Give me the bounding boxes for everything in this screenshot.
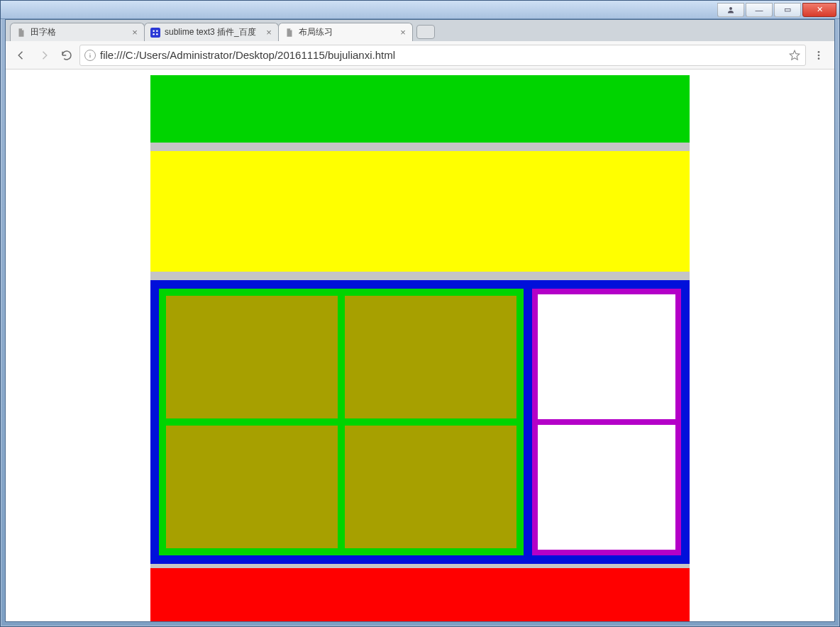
star-icon — [788, 49, 801, 62]
tab-close-icon[interactable]: × — [130, 28, 140, 38]
footer-block-red — [150, 568, 690, 621]
tab-1[interactable]: sublime text3 插件_百度 × — [144, 23, 279, 41]
banner-block-yellow — [150, 151, 690, 272]
left-grid-green — [159, 289, 524, 555]
svg-point-4 — [153, 33, 155, 35]
page-viewport[interactable] — [6, 70, 834, 621]
tab-close-icon[interactable]: × — [398, 28, 408, 38]
arrow-left-icon — [15, 49, 28, 62]
tab-2[interactable]: 布局练习 × — [278, 23, 413, 41]
svg-point-7 — [818, 54, 820, 56]
svg-point-8 — [818, 57, 820, 60]
minimize-icon: — — [756, 6, 763, 14]
tab-close-icon[interactable]: × — [264, 28, 274, 38]
new-tab-button[interactable] — [416, 25, 435, 39]
gap — [150, 143, 690, 151]
address-bar[interactable]: i file:///C:/Users/Administrator/Desktop… — [79, 45, 806, 66]
os-titlebar: — ▭ ✕ — [1, 1, 839, 19]
grid-cell-olive — [345, 296, 516, 418]
page-layout — [150, 75, 690, 621]
tab-strip: 田字格 × sublime text3 插件_百度 × 布局练习 × — [6, 20, 834, 41]
svg-point-0 — [729, 7, 732, 10]
minimize-button[interactable]: — — [746, 3, 773, 17]
svg-point-3 — [156, 30, 158, 32]
tab-title: 田字格 — [31, 26, 126, 38]
grid-cell-olive — [166, 426, 338, 548]
svg-rect-1 — [150, 28, 160, 38]
grid-cell-olive — [166, 296, 338, 418]
gap — [150, 272, 690, 280]
reload-icon — [60, 49, 73, 62]
baidu-icon — [150, 28, 160, 38]
maximize-button[interactable]: ▭ — [774, 3, 801, 17]
browser-toolbar: i file:///C:/Users/Administrator/Desktop… — [6, 41, 834, 70]
svg-point-2 — [153, 30, 155, 32]
arrow-right-icon — [38, 49, 50, 62]
stack-cell-white — [538, 294, 675, 419]
maximize-icon: ▭ — [784, 5, 791, 14]
close-button[interactable]: ✕ — [802, 3, 836, 17]
tab-title: sublime text3 插件_百度 — [165, 26, 260, 38]
header-block-green — [150, 75, 690, 143]
user-icon — [726, 6, 735, 14]
browser-window: 田字格 × sublime text3 插件_百度 × 布局练习 × — [5, 19, 835, 622]
user-button[interactable] — [717, 3, 744, 17]
stack-cell-white — [538, 425, 675, 550]
tab-title: 布局练习 — [299, 26, 394, 38]
url-text: file:///C:/Users/Administrator/Desktop/2… — [100, 49, 784, 61]
right-stack-magenta — [532, 289, 681, 555]
menu-button[interactable] — [809, 45, 829, 65]
file-icon — [16, 28, 26, 38]
os-window-frame: — ▭ ✕ 田字格 × sublime text3 插件_百度 × — [0, 0, 840, 627]
svg-point-6 — [818, 51, 820, 53]
file-icon — [284, 28, 294, 38]
forward-button[interactable] — [34, 45, 54, 65]
reload-button[interactable] — [57, 45, 77, 65]
kebab-icon — [813, 50, 824, 61]
back-button[interactable] — [11, 45, 31, 65]
main-block-blue — [150, 280, 690, 564]
grid-cell-olive — [345, 426, 516, 548]
close-icon: ✕ — [817, 5, 823, 14]
svg-point-5 — [156, 33, 158, 35]
tab-0[interactable]: 田字格 × — [10, 23, 145, 41]
info-icon[interactable]: i — [84, 50, 96, 61]
bookmark-button[interactable] — [788, 49, 801, 62]
